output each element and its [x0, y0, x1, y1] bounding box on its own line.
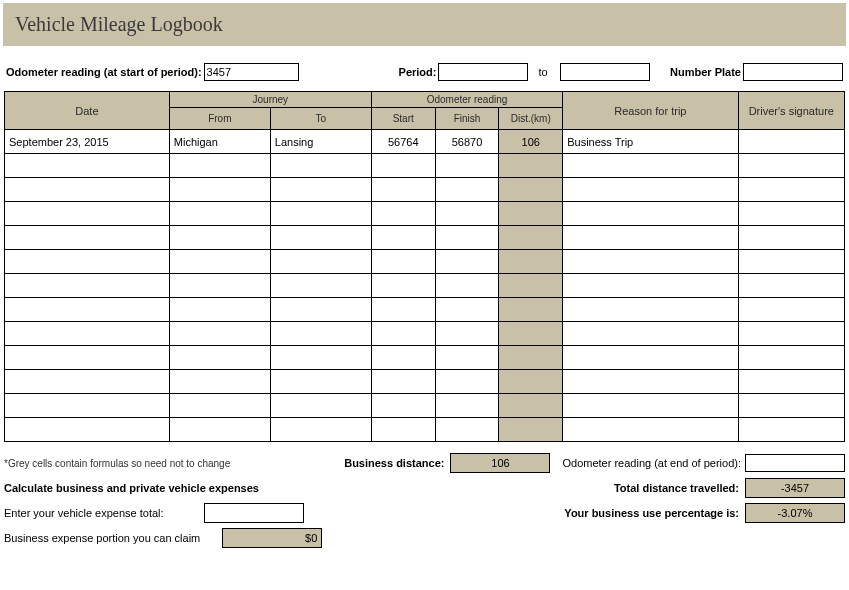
cell-start[interactable] [371, 250, 435, 274]
cell-signature[interactable] [738, 370, 844, 394]
cell-from[interactable] [169, 370, 270, 394]
cell-finish[interactable] [435, 178, 499, 202]
cell-to[interactable] [270, 322, 371, 346]
cell-date[interactable] [5, 370, 170, 394]
cell-reason[interactable] [563, 394, 738, 418]
cell-start[interactable] [371, 394, 435, 418]
cell-reason[interactable] [563, 418, 738, 442]
cell-signature[interactable] [738, 226, 844, 250]
cell-finish[interactable] [435, 250, 499, 274]
cell-to[interactable] [270, 154, 371, 178]
cell-start[interactable] [371, 370, 435, 394]
cell-date[interactable] [5, 178, 170, 202]
cell-date[interactable] [5, 154, 170, 178]
cell-reason[interactable] [563, 154, 738, 178]
cell-reason[interactable]: Business Trip [563, 130, 738, 154]
cell-signature[interactable] [738, 130, 844, 154]
cell-signature[interactable] [738, 322, 844, 346]
cell-from[interactable] [169, 274, 270, 298]
cell-finish[interactable] [435, 418, 499, 442]
cell-start[interactable] [371, 418, 435, 442]
cell-reason[interactable] [563, 178, 738, 202]
cell-from[interactable] [169, 418, 270, 442]
cell-signature[interactable] [738, 346, 844, 370]
cell-start[interactable] [371, 274, 435, 298]
cell-finish[interactable] [435, 322, 499, 346]
cell-start[interactable]: 56764 [371, 130, 435, 154]
cell-start[interactable] [371, 322, 435, 346]
cell-finish[interactable] [435, 394, 499, 418]
cell-finish[interactable] [435, 298, 499, 322]
cell-start[interactable] [371, 298, 435, 322]
cell-date[interactable] [5, 322, 170, 346]
cell-finish[interactable]: 56870 [435, 130, 499, 154]
cell-signature[interactable] [738, 298, 844, 322]
cell-date[interactable] [5, 298, 170, 322]
cell-date[interactable] [5, 202, 170, 226]
period-to-input[interactable] [560, 63, 650, 81]
end-odometer-input[interactable] [745, 454, 845, 472]
cell-finish[interactable] [435, 274, 499, 298]
cell-to[interactable] [270, 346, 371, 370]
cell-signature[interactable] [738, 394, 844, 418]
expense-total-input[interactable] [204, 503, 304, 523]
cell-start[interactable] [371, 346, 435, 370]
cell-date[interactable] [5, 418, 170, 442]
cell-from[interactable] [169, 394, 270, 418]
cell-to[interactable] [270, 274, 371, 298]
cell-to[interactable] [270, 250, 371, 274]
table-row: September 23, 2015MichiganLansing5676456… [5, 130, 845, 154]
cell-from[interactable] [169, 154, 270, 178]
odometer-start-input[interactable] [204, 63, 299, 81]
cell-reason[interactable] [563, 370, 738, 394]
cell-to[interactable] [270, 298, 371, 322]
cell-from[interactable] [169, 202, 270, 226]
cell-to[interactable] [270, 178, 371, 202]
cell-start[interactable] [371, 178, 435, 202]
cell-reason[interactable] [563, 322, 738, 346]
cell-from[interactable] [169, 226, 270, 250]
cell-from[interactable]: Michigan [169, 130, 270, 154]
cell-finish[interactable] [435, 226, 499, 250]
cell-to[interactable]: Lansing [270, 130, 371, 154]
cell-start[interactable] [371, 226, 435, 250]
cell-reason[interactable] [563, 202, 738, 226]
cell-to[interactable] [270, 226, 371, 250]
cell-signature[interactable] [738, 154, 844, 178]
cell-from[interactable] [169, 346, 270, 370]
cell-to[interactable] [270, 202, 371, 226]
cell-reason[interactable] [563, 226, 738, 250]
cell-from[interactable] [169, 322, 270, 346]
cell-reason[interactable] [563, 274, 738, 298]
cell-reason[interactable] [563, 250, 738, 274]
cell-from[interactable] [169, 298, 270, 322]
cell-to[interactable] [270, 394, 371, 418]
table-row [5, 202, 845, 226]
cell-date[interactable] [5, 250, 170, 274]
cell-from[interactable] [169, 178, 270, 202]
cell-finish[interactable] [435, 154, 499, 178]
cell-date[interactable] [5, 226, 170, 250]
plate-input[interactable] [743, 63, 843, 81]
cell-finish[interactable] [435, 346, 499, 370]
cell-finish[interactable] [435, 370, 499, 394]
cell-to[interactable] [270, 370, 371, 394]
cell-dist [499, 226, 563, 250]
cell-date[interactable]: September 23, 2015 [5, 130, 170, 154]
cell-date[interactable] [5, 346, 170, 370]
cell-signature[interactable] [738, 178, 844, 202]
cell-finish[interactable] [435, 202, 499, 226]
cell-reason[interactable] [563, 346, 738, 370]
cell-start[interactable] [371, 202, 435, 226]
cell-date[interactable] [5, 274, 170, 298]
period-from-input[interactable] [438, 63, 528, 81]
cell-signature[interactable] [738, 418, 844, 442]
cell-to[interactable] [270, 418, 371, 442]
cell-from[interactable] [169, 250, 270, 274]
cell-reason[interactable] [563, 298, 738, 322]
cell-signature[interactable] [738, 250, 844, 274]
cell-date[interactable] [5, 394, 170, 418]
cell-start[interactable] [371, 154, 435, 178]
cell-signature[interactable] [738, 202, 844, 226]
cell-signature[interactable] [738, 274, 844, 298]
